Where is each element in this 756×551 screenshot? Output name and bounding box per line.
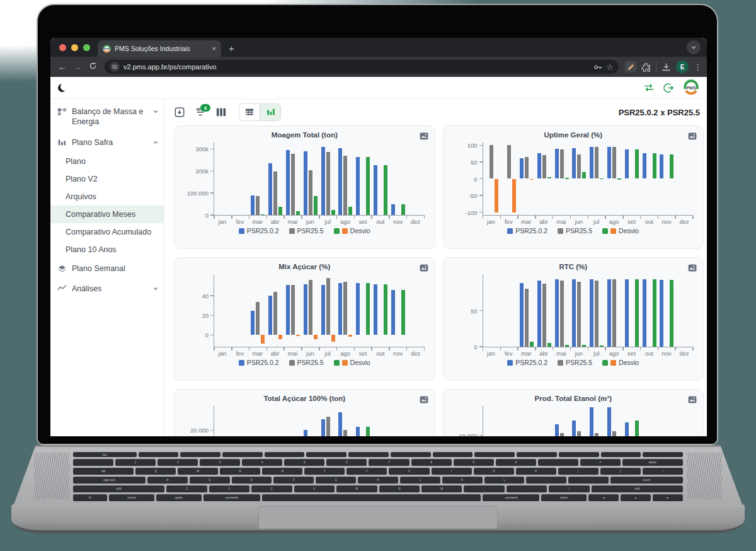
key-w: W [178,468,218,475]
bar [577,282,581,347]
chart-title: Prod. Total Etanol (m³) [450,395,697,403]
bar [660,154,663,179]
downloads-icon[interactable] [662,62,671,72]
save-chart-image-button[interactable] [420,395,428,406]
bar [296,211,300,215]
svg-text:PMS: PMS [104,47,110,50]
window-controls[interactable] [59,44,90,51]
tab-close-icon[interactable]: × [212,45,216,52]
bar [572,148,576,179]
bar [314,196,318,215]
bar [582,345,586,347]
reload-button[interactable] [86,62,100,72]
zoom-window-button[interactable] [83,44,90,51]
speaker-grille-left [34,453,69,499]
columns-button[interactable] [215,107,227,117]
bookmark-star-icon[interactable]: ☆ [606,62,614,72]
sidebar-item-label: Análises [72,284,147,294]
chart-view-button[interactable] [260,104,280,120]
sidebar-item-analises[interactable]: Análises [50,279,164,299]
url-text[interactable]: v2.pms.app.br/ps/comparativo [123,63,216,71]
bar [321,147,325,215]
chart-card: Moagem Total (ton)300k200k100.0000janfev… [174,125,435,249]
chevron-down-icon [690,44,697,50]
sidebar-item-balanco[interactable]: Balanço de Massa e Energia [50,102,164,132]
key-symbol: \ [643,468,683,475]
bar [542,155,546,179]
bar [401,204,405,215]
bar [582,172,586,179]
pinned-extension-button[interactable] [625,61,636,72]
bar [635,420,639,436]
sidebar-item-plano-semanal[interactable]: Plano Semanal [50,258,164,279]
table-view-button[interactable] [239,104,260,120]
export-download-button[interactable] [174,107,185,118]
key-p: P [516,468,556,475]
legend-item: Desvio [602,359,639,366]
site-settings-icon[interactable] [110,62,120,72]
save-chart-image-button[interactable] [688,395,697,406]
pms-logo: PMS [683,79,699,96]
swap-compare-icon[interactable] [643,83,655,92]
sidebar-subitem-comparativo-acumulado[interactable]: Comparativo Acumulado [50,223,164,241]
key-blank [348,452,389,457]
trackpad [258,506,498,529]
sidebar-subitem-plano-v2[interactable]: Plano V2 [50,170,164,188]
back-button[interactable]: ← [55,62,69,72]
chevron-down-icon [152,286,159,292]
key-shift: shift [592,485,683,492]
legend-item: Desvio [334,359,370,366]
bar [286,285,290,335]
bar [374,284,377,335]
plot-area [214,406,425,436]
extensions-puzzle-icon[interactable] [641,62,651,72]
sidebar-item-plano-safra[interactable]: Plano Safra [50,132,164,153]
dark-mode-moon-icon[interactable] [58,84,66,92]
save-chart-image-button[interactable] [688,263,697,274]
browser-menu-icon[interactable]: ⋮ [694,62,702,72]
key-command: command [203,494,260,501]
bar [560,433,564,436]
minimize-window-button[interactable] [71,44,78,51]
bar [670,280,673,347]
sidebar-subitem-arquivos[interactable]: Arquivos [50,188,164,206]
laptop-keyboard: esc`1234567890-=deletetabQWERTYUIOP[]\ca… [73,452,683,501]
bar [356,157,360,215]
sidebar-subitem-plano[interactable]: Plano [50,153,164,170]
save-chart-image-button[interactable] [688,131,697,142]
new-tab-button[interactable]: + [229,43,234,54]
sidebar-subitem-comparativo-meses[interactable]: Comparativo Meses [50,206,164,223]
chevron-down-icon [152,108,159,115]
key-y: Y [346,468,387,475]
browser-tab[interactable]: PMS PMS Soluções Industriais × [98,40,221,57]
key-k: K [442,477,483,484]
profile-avatar[interactable]: E [676,61,689,73]
bar [326,278,330,335]
filter-button[interactable]: 6 [195,107,206,117]
bar [343,156,347,215]
save-chart-image-button[interactable] [420,263,428,274]
key-symbol: [ [558,468,598,475]
save-chart-image-button[interactable] [420,131,428,142]
password-key-icon[interactable] [593,62,602,72]
close-window-button[interactable] [59,44,66,51]
plot-area [214,274,425,347]
bar [625,279,629,347]
chart-card: Mix Açúcar (%)40200janfevmarabrmaijunjul… [174,257,435,381]
sidebar-subitem-plano-10-anos[interactable]: Plano 10 Anos [50,241,164,258]
tab-search-button[interactable] [687,40,701,54]
chart-title: Moagem Total (ton) [181,131,428,140]
bar [391,204,395,215]
key-3: 3 [200,459,240,466]
bar [560,149,564,178]
browser-toolbar: ← → v2.pms.app.br/ps/comparativo [50,57,707,77]
bar [612,147,616,178]
plot-area [483,406,694,436]
key-g: G [316,477,356,484]
forward-button[interactable]: → [71,62,84,72]
logout-icon[interactable] [663,83,674,93]
key-symbol: ; [526,477,566,484]
bar [291,154,295,215]
address-bar[interactable]: v2.pms.app.br/ps/comparativo ☆ [105,60,619,74]
key-option: option [156,494,202,501]
